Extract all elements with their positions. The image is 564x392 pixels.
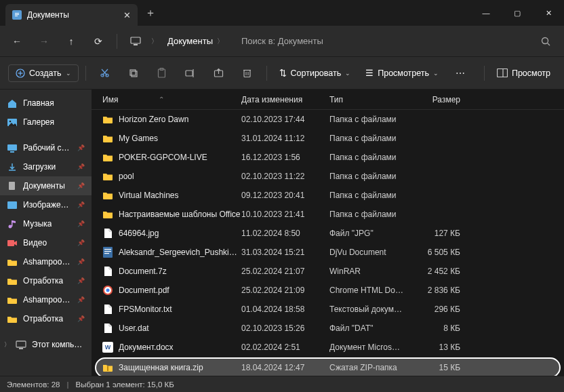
- sidebar-item[interactable]: Отработка📌: [0, 271, 92, 290]
- file-row[interactable]: Document.7z25.02.2024 21:07WinRAR2 452 К…: [92, 262, 564, 281]
- sidebar-item[interactable]: Загрузки📌: [0, 157, 92, 176]
- new-tab-button[interactable]: ＋: [140, 6, 161, 20]
- tab-close-button[interactable]: ✕: [123, 10, 131, 20]
- file-name: Virtual Machines: [119, 191, 179, 200]
- column-size[interactable]: Размер: [414, 95, 468, 104]
- svg-rect-31: [10, 151, 14, 153]
- file-icon: [102, 362, 113, 373]
- desktop-icon: [7, 142, 18, 153]
- view-button[interactable]: ☰ Просмотреть ⌄: [360, 64, 444, 81]
- pc-icon: [16, 339, 26, 350]
- sidebar-label: Главная: [23, 98, 54, 108]
- sidebar-label: Музыка: [23, 219, 52, 229]
- file-date: 18.04.2024 12:47: [241, 363, 329, 372]
- file-size: 6 505 КБ: [414, 248, 468, 257]
- back-button[interactable]: ←: [5, 30, 28, 53]
- svg-rect-37: [7, 240, 14, 246]
- sort-icon: ⇅: [279, 68, 287, 78]
- rename-button[interactable]: [178, 62, 203, 85]
- file-date: 02.10.2023 15:26: [241, 324, 329, 333]
- tab-documents[interactable]: Документы ✕: [5, 4, 138, 26]
- svg-line-14: [102, 69, 107, 75]
- sidebar-item[interactable]: Галерея: [0, 113, 92, 132]
- file-date: 02.10.2023 17:44: [241, 115, 329, 124]
- file-name: Aleksandr_Sergeevich_Pushkin_Skazki.djvu: [119, 248, 241, 257]
- file-row[interactable]: FPSMonitor.txt01.04.2024 18:58Текстовый …: [92, 300, 564, 319]
- sidebar-item[interactable]: Рабочий сто…📌: [0, 138, 92, 157]
- file-type: Документ Micros…: [329, 342, 414, 352]
- sidebar-label: Этот компьюте…: [32, 340, 85, 349]
- file-type: Папка с файлами: [329, 115, 414, 124]
- file-row[interactable]: My Games31.01.2024 11:12Папка с файлами: [92, 129, 564, 148]
- documents-tab-icon: [12, 10, 22, 20]
- sidebar-item[interactable]: Музыка📌: [0, 214, 92, 233]
- file-name: Horizon Zero Dawn: [119, 115, 188, 124]
- pc-icon[interactable]: [124, 30, 147, 53]
- sidebar-item[interactable]: Отработка📌: [0, 309, 92, 328]
- column-date[interactable]: Дата изменения: [241, 95, 329, 104]
- file-row[interactable]: Aleksandr_Sergeevich_Pushkin_Skazki.djvu…: [92, 243, 564, 262]
- chevron-down-icon: ⌄: [345, 70, 350, 77]
- file-icon: [102, 285, 113, 296]
- sidebar-label: Отработка: [23, 314, 63, 324]
- svg-rect-38: [16, 341, 26, 347]
- sidebar-item[interactable]: Видео📌: [0, 233, 92, 252]
- file-name: User.dat: [119, 324, 149, 333]
- column-type[interactable]: Тип: [329, 95, 414, 104]
- file-type: Файл "JPG": [329, 229, 414, 238]
- navbar: ← → ↑ ⟳ 〉 Документы 〉 Поиск в: Документы: [0, 26, 564, 57]
- column-name[interactable]: Имя⌃: [96, 95, 241, 104]
- preview-button[interactable]: Просмотр: [491, 65, 556, 81]
- pin-icon: 📌: [77, 296, 85, 303]
- file-size: 13 КБ: [414, 342, 468, 352]
- file-row[interactable]: Настраиваемые шаблоны Office10.10.2023 2…: [92, 205, 564, 224]
- sidebar-label: Загрузки: [23, 162, 56, 172]
- refresh-button[interactable]: ⟳: [87, 30, 110, 53]
- sort-button[interactable]: ⇅ Сортировать ⌄: [274, 64, 357, 81]
- share-button[interactable]: [207, 62, 231, 85]
- more-button[interactable]: ⋯: [448, 62, 472, 85]
- sidebar-item[interactable]: Главная: [0, 94, 92, 113]
- delete-button[interactable]: [235, 62, 260, 85]
- file-row[interactable]: Document.pdf25.02.2024 21:09Chrome HTML …: [92, 281, 564, 300]
- sidebar-item[interactable]: Ashampoo Snap…📌: [0, 252, 92, 271]
- file-row[interactable]: 646964.jpg11.02.2024 8:50Файл "JPG"127 К…: [92, 224, 564, 243]
- sidebar-item[interactable]: Ashampoo Snap…📌: [0, 290, 92, 309]
- sidebar-label: Ashampoo Snap…: [23, 257, 72, 267]
- paste-button[interactable]: [150, 62, 174, 85]
- search-icon: [541, 37, 550, 46]
- file-row[interactable]: pool02.10.2023 11:22Папка с файлами: [92, 167, 564, 186]
- breadcrumb-item[interactable]: Документы: [167, 36, 213, 46]
- file-row[interactable]: Horizon Zero Dawn02.10.2023 17:44Папка с…: [92, 110, 564, 129]
- up-button[interactable]: ↑: [60, 30, 83, 53]
- close-window-button[interactable]: ✕: [533, 0, 564, 26]
- file-name: FPSMonitor.txt: [119, 305, 172, 314]
- svg-rect-41: [104, 249, 111, 250]
- sidebar-item[interactable]: Документы📌: [0, 176, 92, 195]
- svg-rect-30: [7, 144, 17, 151]
- file-name: Защищенная книга.zip: [119, 363, 203, 372]
- file-row[interactable]: Защищенная книга.zip18.04.2024 12:47Сжат…: [96, 358, 560, 376]
- chevron-down-icon: ⌄: [66, 70, 71, 77]
- copy-button[interactable]: [121, 62, 146, 85]
- sidebar-item[interactable]: 〉Этот компьюте…: [0, 335, 92, 354]
- file-row[interactable]: POKER-GGPCOM-LIVE16.12.2023 1:56Папка с …: [92, 148, 564, 167]
- file-row[interactable]: Virtual Machines09.12.2023 20:41Папка с …: [92, 186, 564, 205]
- cut-button[interactable]: [93, 62, 117, 85]
- forward-button[interactable]: →: [33, 30, 56, 53]
- toolbar: Создать ⌄ ⇅ Сортировать ⌄ ☰ Просмотреть …: [0, 57, 564, 90]
- preview-label: Просмотр: [512, 68, 550, 78]
- file-row[interactable]: User.dat02.10.2023 15:26Файл "DAT"8 КБ: [92, 319, 564, 338]
- search-box[interactable]: Поиск в: Документы: [233, 36, 559, 46]
- sidebar-item[interactable]: Изображени…📌: [0, 195, 92, 214]
- svg-rect-47: [107, 366, 108, 371]
- maximize-button[interactable]: ▢: [502, 0, 533, 26]
- minimize-button[interactable]: —: [470, 0, 502, 26]
- file-type: Папка с файлами: [329, 134, 414, 143]
- new-button[interactable]: Создать ⌄: [8, 64, 79, 82]
- file-row[interactable]: WДокумент.docx02.02.2024 2:51Документ Mi…: [92, 338, 564, 357]
- breadcrumb[interactable]: Документы 〉: [162, 36, 229, 46]
- file-name: POKER-GGPCOM-LIVE: [119, 153, 207, 162]
- file-icon: [102, 304, 113, 315]
- pin-icon: 📌: [77, 201, 85, 208]
